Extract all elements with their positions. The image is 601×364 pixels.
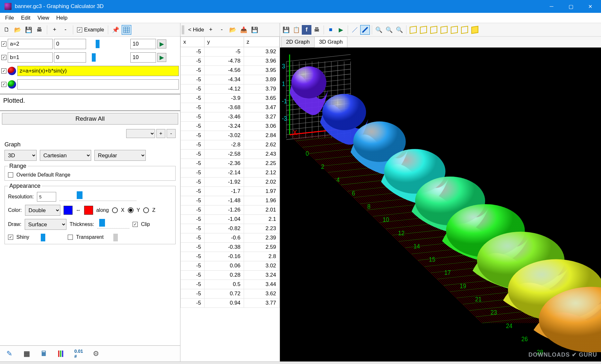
table-row[interactable]: -50.283.24 xyxy=(181,271,280,280)
line-thin-icon[interactable] xyxy=(350,25,360,35)
view-cube-2-icon[interactable] xyxy=(419,25,428,35)
menu-file[interactable]: File xyxy=(2,13,17,22)
table-row[interactable]: -5-2.142.12 xyxy=(181,168,280,178)
share-facebook-icon[interactable]: f xyxy=(302,25,311,35)
transparent-slider[interactable] xyxy=(107,233,133,241)
preset-remove-button[interactable]: - xyxy=(167,129,176,138)
color-swatch-1[interactable] xyxy=(64,206,73,215)
color-swatch-2[interactable] xyxy=(84,206,93,215)
table-row[interactable]: -5-4.343.89 xyxy=(181,75,280,84)
stop-icon[interactable]: ■ xyxy=(326,25,335,35)
along-z-radio[interactable] xyxy=(143,207,149,213)
new-file-icon[interactable]: 🗋 xyxy=(2,25,12,35)
play-icon[interactable]: ▶ xyxy=(336,25,346,35)
menu-help[interactable]: Help xyxy=(53,13,71,22)
view-cube-6-icon[interactable] xyxy=(460,25,469,35)
param-a-enable[interactable]: ✓ xyxy=(1,41,6,47)
resolution-slider[interactable] xyxy=(59,193,136,201)
table-row[interactable]: -5-2.362.25 xyxy=(181,159,280,168)
param-b-play-icon[interactable]: ▶ xyxy=(157,53,166,62)
param-a-play-icon[interactable]: ▶ xyxy=(157,39,166,48)
table-row[interactable]: -5-3.022.84 xyxy=(181,131,280,140)
table-save-icon[interactable]: 💾 xyxy=(250,25,259,35)
shiny-checkbox[interactable]: ✓ xyxy=(8,235,13,240)
param-b-slider[interactable] xyxy=(87,53,129,62)
tab-2d[interactable]: 2D Graph xyxy=(281,37,315,48)
table-row[interactable]: -5-1.481.96 xyxy=(181,196,280,205)
drag-handle-icon[interactable] xyxy=(182,25,184,34)
copy-image-icon[interactable]: 📋 xyxy=(292,25,301,35)
param-b-enable[interactable]: ✓ xyxy=(1,55,6,60)
clip-checkbox[interactable]: ✓ xyxy=(133,222,138,227)
along-x-radio[interactable] xyxy=(112,207,118,213)
table-row[interactable]: -5-3.93.65 xyxy=(181,94,280,103)
add-equation-button[interactable]: + xyxy=(50,25,59,35)
table-row[interactable]: -5-3.463.27 xyxy=(181,112,280,122)
col-x[interactable]: x xyxy=(181,37,205,47)
table-row[interactable]: -5-4.783.96 xyxy=(181,56,280,66)
table-import-icon[interactable]: 📥 xyxy=(239,25,248,35)
pin-icon[interactable]: 📌 xyxy=(111,25,120,35)
param-a-max[interactable] xyxy=(130,39,156,49)
table-row[interactable]: -5-2.82.62 xyxy=(181,140,280,150)
shiny-slider[interactable] xyxy=(32,233,58,241)
param-b-max[interactable] xyxy=(130,52,156,63)
table-row[interactable]: -50.063.02 xyxy=(181,261,280,271)
zoom-out-icon[interactable]: 🔍 xyxy=(395,25,404,35)
swap-colors-icon[interactable]: ↔ xyxy=(76,207,81,213)
pen-tool-icon[interactable]: ✎ xyxy=(4,349,14,359)
table-row[interactable]: -50.943.77 xyxy=(181,299,280,308)
graph-dim-select[interactable]: 3D xyxy=(4,150,37,161)
maximize-button[interactable]: ▢ xyxy=(561,0,580,13)
along-y-radio[interactable] xyxy=(128,207,134,213)
example-toggle[interactable]: ✓ Example xyxy=(76,27,105,33)
table-row[interactable]: -5-1.71.97 xyxy=(181,187,280,196)
table-row[interactable]: -50.723.62 xyxy=(181,289,280,299)
color-mode-select[interactable]: Double xyxy=(25,205,60,216)
menu-edit[interactable]: Edit xyxy=(18,13,33,22)
table-row[interactable]: -5-4.123.79 xyxy=(181,84,280,94)
calc-tool-icon[interactable]: 🖩 xyxy=(39,349,49,359)
graph-system-select[interactable]: Cartesian xyxy=(40,150,91,161)
table-remove-button[interactable]: - xyxy=(217,25,227,35)
table-row[interactable]: -50.53.44 xyxy=(181,280,280,289)
redraw-all-button[interactable]: Redraw All xyxy=(2,113,178,125)
param-a-name[interactable] xyxy=(8,39,53,49)
menu-view[interactable]: View xyxy=(34,13,53,22)
col-y[interactable]: y xyxy=(205,37,244,47)
minimize-button[interactable]: ─ xyxy=(542,0,561,13)
preset-add-button[interactable]: + xyxy=(156,129,165,138)
table-row[interactable]: -5-1.042.1 xyxy=(181,215,280,224)
equation-1-enable[interactable]: ✓ xyxy=(1,68,6,74)
grid-icon[interactable] xyxy=(122,25,131,35)
param-b-name[interactable] xyxy=(8,52,53,63)
zoom-in-icon[interactable]: 🔍 xyxy=(384,25,394,35)
draw-mode-select[interactable]: Surface xyxy=(25,219,66,230)
data-table-wrap[interactable]: xyz -5-53.92-5-4.783.96-5-4.563.95-5-4.3… xyxy=(180,37,280,361)
table-add-button[interactable]: + xyxy=(206,25,216,35)
param-a-min[interactable] xyxy=(54,39,86,49)
equation-2-color-icon[interactable] xyxy=(8,80,16,89)
transparent-checkbox[interactable] xyxy=(68,235,73,240)
table-row[interactable]: -5-4.563.95 xyxy=(181,66,280,75)
table-row[interactable]: -5-0.822.23 xyxy=(181,224,280,233)
hide-button[interactable]: < Hide xyxy=(187,27,205,33)
table-row[interactable]: -5-3.243.06 xyxy=(181,122,280,131)
view-cube-5-icon[interactable] xyxy=(449,25,459,35)
table-row[interactable]: -5-53.92 xyxy=(181,47,280,56)
view-cube-7-icon[interactable] xyxy=(470,25,480,35)
view-cube-3-icon[interactable] xyxy=(429,25,439,35)
save-image-icon[interactable]: 💾 xyxy=(281,25,291,35)
thickness-slider[interactable] xyxy=(97,220,129,229)
equation-2-input[interactable] xyxy=(17,79,179,90)
remove-equation-button[interactable]: - xyxy=(61,25,70,35)
preset-select[interactable] xyxy=(126,129,155,138)
line-thick-icon[interactable] xyxy=(360,25,370,35)
table-row[interactable]: -5-3.683.47 xyxy=(181,103,280,112)
equation-1-input[interactable] xyxy=(17,66,179,76)
close-button[interactable]: ✕ xyxy=(580,0,600,13)
grid-tool-icon[interactable]: ▦ xyxy=(22,349,31,359)
table-row[interactable]: -5-1.262.01 xyxy=(181,205,280,215)
settings-gear-icon[interactable]: ⚙ xyxy=(91,349,101,359)
open-file-icon[interactable]: 📂 xyxy=(13,25,22,35)
